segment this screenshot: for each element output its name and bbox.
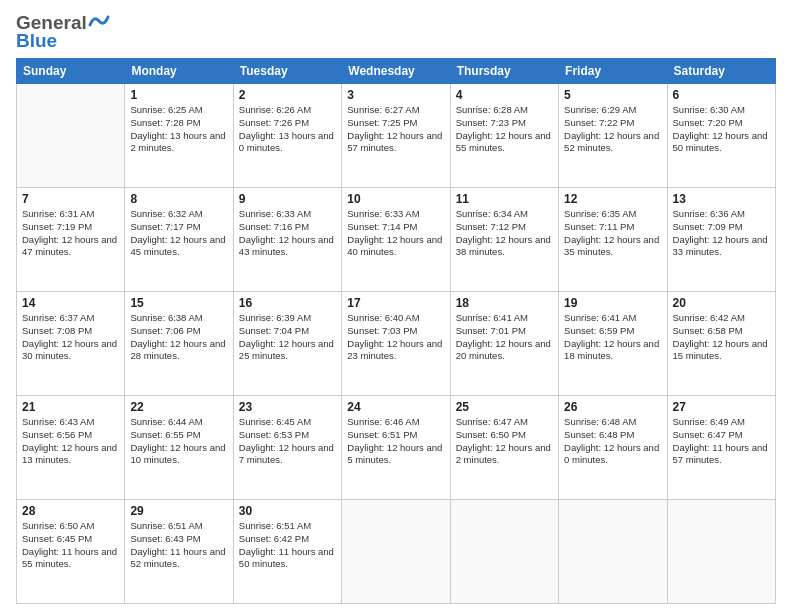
calendar-cell — [559, 500, 667, 604]
calendar-cell: 3Sunrise: 6:27 AMSunset: 7:25 PMDaylight… — [342, 84, 450, 188]
day-number: 2 — [239, 88, 336, 102]
day-number: 13 — [673, 192, 770, 206]
day-number: 25 — [456, 400, 553, 414]
calendar-cell: 22Sunrise: 6:44 AMSunset: 6:55 PMDayligh… — [125, 396, 233, 500]
header: General Blue — [16, 12, 776, 52]
day-number: 26 — [564, 400, 661, 414]
day-info: Sunrise: 6:51 AMSunset: 6:42 PMDaylight:… — [239, 520, 336, 571]
calendar-cell — [450, 500, 558, 604]
logo-blue-text: Blue — [16, 30, 57, 52]
calendar-cell: 15Sunrise: 6:38 AMSunset: 7:06 PMDayligh… — [125, 292, 233, 396]
calendar-cell: 30Sunrise: 6:51 AMSunset: 6:42 PMDayligh… — [233, 500, 341, 604]
day-number: 18 — [456, 296, 553, 310]
calendar-cell: 12Sunrise: 6:35 AMSunset: 7:11 PMDayligh… — [559, 188, 667, 292]
logo-wave-icon — [88, 13, 110, 29]
calendar-cell: 4Sunrise: 6:28 AMSunset: 7:23 PMDaylight… — [450, 84, 558, 188]
logo: General Blue — [16, 12, 110, 52]
day-info: Sunrise: 6:47 AMSunset: 6:50 PMDaylight:… — [456, 416, 553, 467]
day-info: Sunrise: 6:40 AMSunset: 7:03 PMDaylight:… — [347, 312, 444, 363]
weekday-header-sunday: Sunday — [17, 59, 125, 84]
day-number: 29 — [130, 504, 227, 518]
calendar-cell: 7Sunrise: 6:31 AMSunset: 7:19 PMDaylight… — [17, 188, 125, 292]
calendar-cell: 10Sunrise: 6:33 AMSunset: 7:14 PMDayligh… — [342, 188, 450, 292]
calendar-cell: 28Sunrise: 6:50 AMSunset: 6:45 PMDayligh… — [17, 500, 125, 604]
day-number: 27 — [673, 400, 770, 414]
calendar-week-row: 28Sunrise: 6:50 AMSunset: 6:45 PMDayligh… — [17, 500, 776, 604]
day-info: Sunrise: 6:51 AMSunset: 6:43 PMDaylight:… — [130, 520, 227, 571]
calendar-week-row: 7Sunrise: 6:31 AMSunset: 7:19 PMDaylight… — [17, 188, 776, 292]
calendar-cell — [342, 500, 450, 604]
day-number: 16 — [239, 296, 336, 310]
day-number: 11 — [456, 192, 553, 206]
day-info: Sunrise: 6:38 AMSunset: 7:06 PMDaylight:… — [130, 312, 227, 363]
calendar-cell — [17, 84, 125, 188]
calendar-cell: 13Sunrise: 6:36 AMSunset: 7:09 PMDayligh… — [667, 188, 775, 292]
calendar-cell: 8Sunrise: 6:32 AMSunset: 7:17 PMDaylight… — [125, 188, 233, 292]
calendar-cell: 25Sunrise: 6:47 AMSunset: 6:50 PMDayligh… — [450, 396, 558, 500]
day-number: 22 — [130, 400, 227, 414]
calendar-cell: 9Sunrise: 6:33 AMSunset: 7:16 PMDaylight… — [233, 188, 341, 292]
calendar-week-row: 14Sunrise: 6:37 AMSunset: 7:08 PMDayligh… — [17, 292, 776, 396]
day-number: 6 — [673, 88, 770, 102]
day-number: 5 — [564, 88, 661, 102]
day-info: Sunrise: 6:41 AMSunset: 6:59 PMDaylight:… — [564, 312, 661, 363]
calendar-cell: 2Sunrise: 6:26 AMSunset: 7:26 PMDaylight… — [233, 84, 341, 188]
day-info: Sunrise: 6:50 AMSunset: 6:45 PMDaylight:… — [22, 520, 119, 571]
calendar-cell: 14Sunrise: 6:37 AMSunset: 7:08 PMDayligh… — [17, 292, 125, 396]
day-info: Sunrise: 6:33 AMSunset: 7:14 PMDaylight:… — [347, 208, 444, 259]
day-number: 30 — [239, 504, 336, 518]
calendar-cell: 20Sunrise: 6:42 AMSunset: 6:58 PMDayligh… — [667, 292, 775, 396]
day-number: 15 — [130, 296, 227, 310]
day-number: 17 — [347, 296, 444, 310]
day-info: Sunrise: 6:41 AMSunset: 7:01 PMDaylight:… — [456, 312, 553, 363]
calendar-cell: 1Sunrise: 6:25 AMSunset: 7:28 PMDaylight… — [125, 84, 233, 188]
weekday-header-saturday: Saturday — [667, 59, 775, 84]
day-number: 12 — [564, 192, 661, 206]
calendar-cell: 19Sunrise: 6:41 AMSunset: 6:59 PMDayligh… — [559, 292, 667, 396]
calendar-week-row: 1Sunrise: 6:25 AMSunset: 7:28 PMDaylight… — [17, 84, 776, 188]
day-info: Sunrise: 6:25 AMSunset: 7:28 PMDaylight:… — [130, 104, 227, 155]
calendar-cell: 27Sunrise: 6:49 AMSunset: 6:47 PMDayligh… — [667, 396, 775, 500]
day-info: Sunrise: 6:48 AMSunset: 6:48 PMDaylight:… — [564, 416, 661, 467]
weekday-header-friday: Friday — [559, 59, 667, 84]
calendar-cell: 5Sunrise: 6:29 AMSunset: 7:22 PMDaylight… — [559, 84, 667, 188]
day-number: 23 — [239, 400, 336, 414]
calendar-cell: 6Sunrise: 6:30 AMSunset: 7:20 PMDaylight… — [667, 84, 775, 188]
day-info: Sunrise: 6:27 AMSunset: 7:25 PMDaylight:… — [347, 104, 444, 155]
day-info: Sunrise: 6:32 AMSunset: 7:17 PMDaylight:… — [130, 208, 227, 259]
day-info: Sunrise: 6:33 AMSunset: 7:16 PMDaylight:… — [239, 208, 336, 259]
calendar-week-row: 21Sunrise: 6:43 AMSunset: 6:56 PMDayligh… — [17, 396, 776, 500]
calendar-cell — [667, 500, 775, 604]
day-info: Sunrise: 6:44 AMSunset: 6:55 PMDaylight:… — [130, 416, 227, 467]
day-info: Sunrise: 6:37 AMSunset: 7:08 PMDaylight:… — [22, 312, 119, 363]
day-info: Sunrise: 6:42 AMSunset: 6:58 PMDaylight:… — [673, 312, 770, 363]
day-number: 7 — [22, 192, 119, 206]
day-info: Sunrise: 6:28 AMSunset: 7:23 PMDaylight:… — [456, 104, 553, 155]
day-info: Sunrise: 6:30 AMSunset: 7:20 PMDaylight:… — [673, 104, 770, 155]
day-number: 21 — [22, 400, 119, 414]
day-number: 14 — [22, 296, 119, 310]
calendar-cell: 21Sunrise: 6:43 AMSunset: 6:56 PMDayligh… — [17, 396, 125, 500]
calendar-table: SundayMondayTuesdayWednesdayThursdayFrid… — [16, 58, 776, 604]
day-number: 19 — [564, 296, 661, 310]
weekday-header-tuesday: Tuesday — [233, 59, 341, 84]
page: General Blue SundayMondayTuesdayWednesda… — [0, 0, 792, 612]
weekday-header-thursday: Thursday — [450, 59, 558, 84]
day-info: Sunrise: 6:35 AMSunset: 7:11 PMDaylight:… — [564, 208, 661, 259]
day-info: Sunrise: 6:45 AMSunset: 6:53 PMDaylight:… — [239, 416, 336, 467]
day-info: Sunrise: 6:36 AMSunset: 7:09 PMDaylight:… — [673, 208, 770, 259]
calendar-cell: 17Sunrise: 6:40 AMSunset: 7:03 PMDayligh… — [342, 292, 450, 396]
day-number: 10 — [347, 192, 444, 206]
day-number: 9 — [239, 192, 336, 206]
day-info: Sunrise: 6:39 AMSunset: 7:04 PMDaylight:… — [239, 312, 336, 363]
day-info: Sunrise: 6:46 AMSunset: 6:51 PMDaylight:… — [347, 416, 444, 467]
calendar-cell: 26Sunrise: 6:48 AMSunset: 6:48 PMDayligh… — [559, 396, 667, 500]
calendar-cell: 29Sunrise: 6:51 AMSunset: 6:43 PMDayligh… — [125, 500, 233, 604]
weekday-header-monday: Monday — [125, 59, 233, 84]
calendar-header-row: SundayMondayTuesdayWednesdayThursdayFrid… — [17, 59, 776, 84]
calendar-cell: 23Sunrise: 6:45 AMSunset: 6:53 PMDayligh… — [233, 396, 341, 500]
day-info: Sunrise: 6:31 AMSunset: 7:19 PMDaylight:… — [22, 208, 119, 259]
day-info: Sunrise: 6:49 AMSunset: 6:47 PMDaylight:… — [673, 416, 770, 467]
day-info: Sunrise: 6:29 AMSunset: 7:22 PMDaylight:… — [564, 104, 661, 155]
calendar-cell: 24Sunrise: 6:46 AMSunset: 6:51 PMDayligh… — [342, 396, 450, 500]
